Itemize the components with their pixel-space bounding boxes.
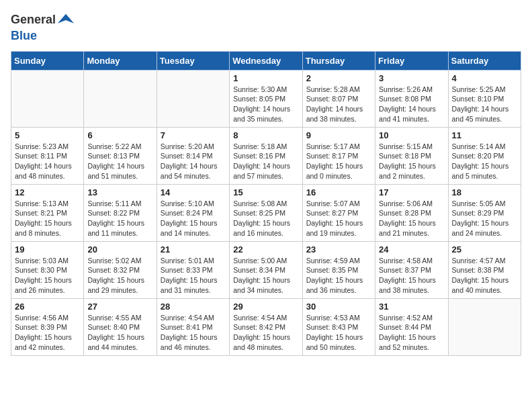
calendar-cell: 30Sunrise: 4:53 AMSunset: 8:43 PMDayligh… [302, 298, 375, 355]
calendar-cell: 29Sunrise: 4:54 AMSunset: 8:42 PMDayligh… [230, 298, 302, 355]
calendar-cell: 22Sunrise: 5:00 AMSunset: 8:34 PMDayligh… [230, 241, 302, 298]
calendar-cell: 27Sunrise: 4:55 AMSunset: 8:40 PMDayligh… [84, 298, 157, 355]
weekday-header-monday: Monday [84, 51, 157, 70]
day-number: 24 [379, 244, 444, 255]
calendar-cell [84, 70, 157, 127]
day-info: Sunrise: 5:15 AMSunset: 8:18 PMDaylight:… [379, 142, 444, 181]
logo-blue: Blue [11, 29, 37, 42]
day-info: Sunrise: 5:00 AMSunset: 8:34 PMDaylight:… [233, 256, 298, 295]
week-row-2: 5Sunrise: 5:23 AMSunset: 8:11 PMDaylight… [11, 127, 521, 184]
calendar-cell: 28Sunrise: 4:54 AMSunset: 8:41 PMDayligh… [157, 298, 229, 355]
day-info: Sunrise: 4:52 AMSunset: 8:44 PMDaylight:… [379, 313, 444, 353]
day-info: Sunrise: 4:54 AMSunset: 8:41 PMDaylight:… [161, 313, 226, 353]
calendar-cell: 21Sunrise: 5:01 AMSunset: 8:33 PMDayligh… [157, 241, 229, 298]
calendar-cell: 8Sunrise: 5:18 AMSunset: 8:16 PMDaylight… [230, 127, 302, 184]
day-info: Sunrise: 4:56 AMSunset: 8:39 PMDaylight:… [15, 313, 80, 353]
calendar-cell [11, 70, 84, 127]
page-header: General Blue [11, 11, 521, 43]
weekday-header-thursday: Thursday [302, 51, 375, 70]
day-info: Sunrise: 4:59 AMSunset: 8:35 PMDaylight:… [306, 256, 371, 295]
calendar-cell: 24Sunrise: 4:58 AMSunset: 8:37 PMDayligh… [375, 241, 448, 298]
calendar-cell: 16Sunrise: 5:07 AMSunset: 8:27 PMDayligh… [302, 184, 375, 241]
calendar-cell: 2Sunrise: 5:28 AMSunset: 8:07 PMDaylight… [302, 70, 375, 127]
day-number: 1 [233, 73, 298, 83]
day-number: 4 [452, 73, 517, 83]
weekday-header-tuesday: Tuesday [157, 51, 229, 70]
day-info: Sunrise: 5:17 AMSunset: 8:17 PMDaylight:… [306, 142, 371, 181]
day-number: 9 [306, 130, 371, 140]
day-number: 11 [452, 130, 517, 140]
day-number: 19 [15, 244, 80, 255]
calendar-cell: 19Sunrise: 5:03 AMSunset: 8:30 PMDayligh… [11, 241, 84, 298]
day-info: Sunrise: 5:11 AMSunset: 8:22 PMDaylight:… [87, 199, 152, 238]
logo: General Blue [11, 11, 76, 43]
day-number: 30 [306, 302, 371, 312]
day-number: 27 [87, 302, 152, 312]
calendar-cell: 20Sunrise: 5:02 AMSunset: 8:32 PMDayligh… [84, 241, 157, 298]
week-row-3: 12Sunrise: 5:13 AMSunset: 8:21 PMDayligh… [11, 184, 521, 241]
day-number: 12 [15, 187, 80, 197]
calendar-cell: 31Sunrise: 4:52 AMSunset: 8:44 PMDayligh… [375, 298, 448, 355]
day-info: Sunrise: 5:14 AMSunset: 8:20 PMDaylight:… [452, 142, 517, 181]
day-info: Sunrise: 5:25 AMSunset: 8:10 PMDaylight:… [452, 85, 517, 124]
day-number: 3 [379, 73, 444, 83]
day-info: Sunrise: 5:22 AMSunset: 8:13 PMDaylight:… [87, 142, 152, 181]
calendar-cell: 23Sunrise: 4:59 AMSunset: 8:35 PMDayligh… [302, 241, 375, 298]
day-info: Sunrise: 4:54 AMSunset: 8:42 PMDaylight:… [233, 313, 298, 353]
day-info: Sunrise: 5:05 AMSunset: 8:29 PMDaylight:… [452, 199, 517, 238]
day-number: 21 [161, 244, 226, 255]
day-info: Sunrise: 5:26 AMSunset: 8:08 PMDaylight:… [379, 85, 444, 124]
calendar-cell: 5Sunrise: 5:23 AMSunset: 8:11 PMDaylight… [11, 127, 84, 184]
week-row-1: 1Sunrise: 5:30 AMSunset: 8:05 PMDaylight… [11, 70, 521, 127]
calendar-cell: 9Sunrise: 5:17 AMSunset: 8:17 PMDaylight… [302, 127, 375, 184]
weekday-header-saturday: Saturday [448, 51, 521, 70]
day-info: Sunrise: 4:58 AMSunset: 8:37 PMDaylight:… [379, 256, 444, 295]
calendar-cell [448, 298, 521, 355]
weekday-header-sunday: Sunday [11, 51, 84, 70]
day-info: Sunrise: 5:03 AMSunset: 8:30 PMDaylight:… [15, 256, 80, 295]
calendar-cell [157, 70, 229, 127]
calendar-cell: 7Sunrise: 5:20 AMSunset: 8:14 PMDaylight… [157, 127, 229, 184]
week-row-5: 26Sunrise: 4:56 AMSunset: 8:39 PMDayligh… [11, 298, 521, 355]
day-number: 18 [452, 187, 517, 197]
calendar-cell: 17Sunrise: 5:06 AMSunset: 8:28 PMDayligh… [375, 184, 448, 241]
day-info: Sunrise: 4:53 AMSunset: 8:43 PMDaylight:… [306, 313, 371, 353]
day-info: Sunrise: 5:20 AMSunset: 8:14 PMDaylight:… [161, 142, 226, 181]
day-number: 6 [87, 130, 152, 140]
day-info: Sunrise: 4:57 AMSunset: 8:38 PMDaylight:… [452, 256, 517, 295]
day-number: 5 [15, 130, 80, 140]
day-info: Sunrise: 5:02 AMSunset: 8:32 PMDaylight:… [87, 256, 152, 295]
day-number: 22 [233, 244, 298, 255]
day-number: 31 [379, 302, 444, 312]
day-info: Sunrise: 5:01 AMSunset: 8:33 PMDaylight:… [161, 256, 226, 295]
calendar-table: SundayMondayTuesdayWednesdayThursdayFrid… [11, 51, 521, 356]
day-number: 10 [379, 130, 444, 140]
day-info: Sunrise: 5:13 AMSunset: 8:21 PMDaylight:… [15, 199, 80, 238]
day-info: Sunrise: 4:55 AMSunset: 8:40 PMDaylight:… [87, 313, 152, 353]
calendar-cell: 12Sunrise: 5:13 AMSunset: 8:21 PMDayligh… [11, 184, 84, 241]
calendar-cell: 1Sunrise: 5:30 AMSunset: 8:05 PMDaylight… [230, 70, 302, 127]
logo-general: General [11, 13, 56, 26]
day-number: 29 [233, 302, 298, 312]
day-number: 25 [452, 244, 517, 255]
calendar-cell: 26Sunrise: 4:56 AMSunset: 8:39 PMDayligh… [11, 298, 84, 355]
day-info: Sunrise: 5:23 AMSunset: 8:11 PMDaylight:… [15, 142, 80, 181]
calendar-cell: 10Sunrise: 5:15 AMSunset: 8:18 PMDayligh… [375, 127, 448, 184]
calendar-cell: 25Sunrise: 4:57 AMSunset: 8:38 PMDayligh… [448, 241, 521, 298]
calendar-cell: 3Sunrise: 5:26 AMSunset: 8:08 PMDaylight… [375, 70, 448, 127]
day-info: Sunrise: 5:30 AMSunset: 8:05 PMDaylight:… [233, 85, 298, 124]
weekday-header-row: SundayMondayTuesdayWednesdayThursdayFrid… [11, 51, 521, 70]
day-number: 15 [233, 187, 298, 197]
day-number: 20 [87, 244, 152, 255]
day-number: 17 [379, 187, 444, 197]
day-number: 7 [161, 130, 226, 140]
day-number: 14 [161, 187, 226, 197]
day-number: 16 [306, 187, 371, 197]
day-info: Sunrise: 5:28 AMSunset: 8:07 PMDaylight:… [306, 85, 371, 124]
logo-bird-icon [56, 11, 75, 30]
calendar-cell: 13Sunrise: 5:11 AMSunset: 8:22 PMDayligh… [84, 184, 157, 241]
calendar-cell: 6Sunrise: 5:22 AMSunset: 8:13 PMDaylight… [84, 127, 157, 184]
calendar-cell: 18Sunrise: 5:05 AMSunset: 8:29 PMDayligh… [448, 184, 521, 241]
day-info: Sunrise: 5:07 AMSunset: 8:27 PMDaylight:… [306, 199, 371, 238]
day-info: Sunrise: 5:10 AMSunset: 8:24 PMDaylight:… [161, 199, 226, 238]
